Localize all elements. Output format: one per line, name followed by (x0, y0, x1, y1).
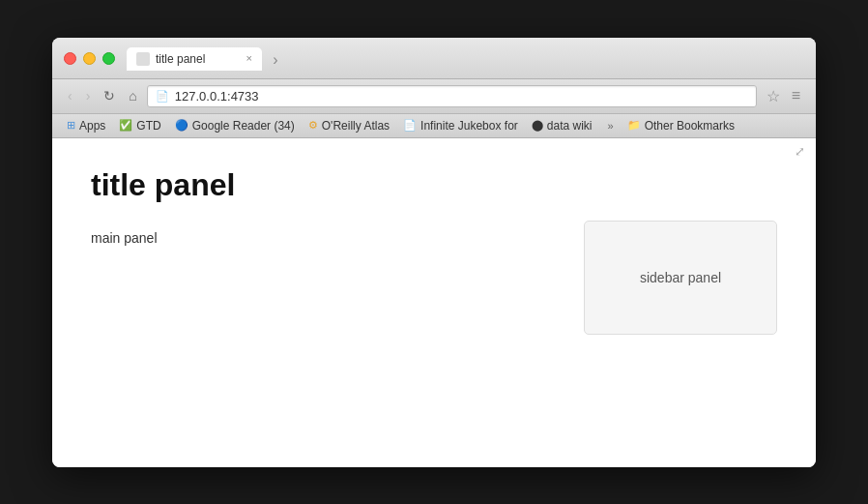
browser-window: title panel × › ‹ › ↻ ⌂ 📄 127.0.0.1:4733… (52, 38, 816, 467)
folder-icon: 📁 (627, 119, 641, 132)
gtd-icon: ✅ (119, 119, 132, 132)
bookmarks-bar: ⊞ Apps ✅ GTD 🔵 Google Reader (34) ⚙ O'Re… (52, 114, 816, 138)
sidebar-panel: sidebar panel (584, 221, 777, 335)
title-bar: title panel × › (52, 38, 816, 79)
new-tab-button[interactable]: › (262, 49, 289, 71)
address-text: 127.0.0.1:4733 (175, 89, 259, 104)
tab-title: title panel (156, 52, 205, 66)
home-button[interactable]: ⌂ (125, 86, 140, 105)
atlas-icon: ⚙ (308, 119, 318, 132)
nav-actions: ☆ ≡ (763, 85, 804, 107)
bookmark-other-label: Other Bookmarks (645, 119, 735, 133)
bookmark-reader[interactable]: 🔵 Google Reader (34) (172, 118, 298, 133)
reader-icon: 🔵 (175, 119, 188, 132)
page-content: ⤢ title panel main panel sidebar panel (52, 138, 816, 467)
address-page-icon: 📄 (156, 90, 169, 103)
main-panel: main panel (91, 230, 564, 335)
tab-close-button[interactable]: × (246, 53, 252, 64)
jukebox-favicon-icon: 📄 (403, 119, 417, 132)
window-controls (64, 52, 115, 65)
minimize-button[interactable] (83, 52, 96, 65)
bookmark-datawiki-label: data wiki (547, 119, 593, 133)
sidebar-panel-text: sidebar panel (640, 270, 721, 285)
bookmark-jukebox-label: Infinite Jukebox for (420, 119, 518, 133)
chrome-menu-button[interactable]: ≡ (788, 85, 804, 106)
bookmark-datawiki[interactable]: ⬤ data wiki (529, 118, 595, 133)
nav-bar: ‹ › ↻ ⌂ 📄 127.0.0.1:4733 ☆ ≡ (52, 79, 816, 114)
more-chevron: » (608, 120, 614, 132)
bookmark-gtd-label: GTD (136, 119, 160, 133)
bookmark-gtd[interactable]: ✅ GTD (116, 118, 163, 133)
github-icon: ⬤ (532, 119, 543, 132)
address-bar[interactable]: 📄 127.0.0.1:4733 (147, 85, 757, 107)
bookmark-jukebox[interactable]: 📄 Infinite Jukebox for (400, 118, 521, 133)
bookmark-atlas-label: O'Reilly Atlas (322, 119, 390, 133)
close-button[interactable] (64, 52, 76, 65)
page-layout: main panel sidebar panel (91, 230, 777, 335)
bookmark-star-button[interactable]: ☆ (763, 85, 784, 107)
bookmark-atlas[interactable]: ⚙ O'Reilly Atlas (305, 118, 392, 133)
bookmark-apps[interactable]: ⊞ Apps (64, 118, 108, 133)
back-button[interactable]: ‹ (64, 86, 76, 105)
maximize-button[interactable] (102, 52, 115, 65)
bookmark-reader-label: Google Reader (34) (192, 119, 295, 133)
main-panel-text: main panel (91, 230, 158, 246)
bookmark-apps-label: Apps (79, 119, 105, 133)
bookmark-other[interactable]: 📁 Other Bookmarks (624, 118, 738, 133)
expand-icon: ⤢ (795, 144, 810, 160)
tab-bar: title panel × › (127, 47, 804, 71)
apps-icon: ⊞ (67, 119, 75, 132)
forward-button[interactable]: › (82, 86, 95, 105)
bookmarks-more-button[interactable]: » (605, 119, 617, 133)
tab-favicon (136, 52, 150, 66)
reload-button[interactable]: ↻ (100, 86, 119, 105)
page-title: title panel (91, 167, 777, 203)
active-tab[interactable]: title panel × (127, 47, 262, 71)
